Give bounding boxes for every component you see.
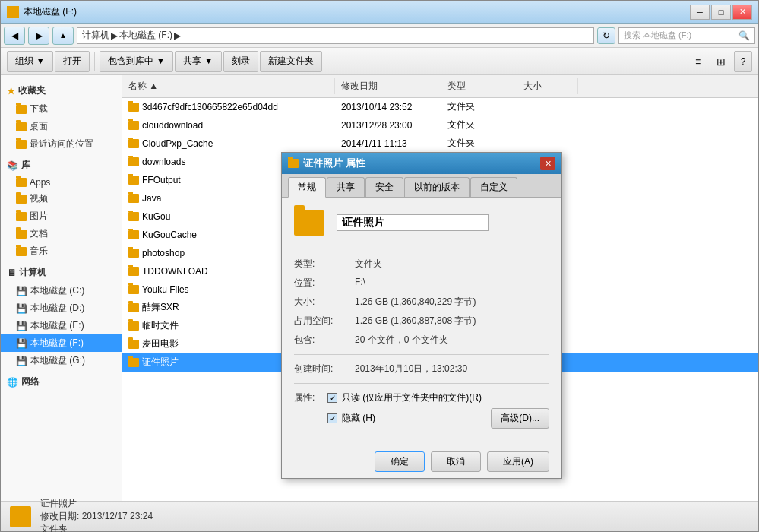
sidebar-item-label: 本地磁盘 (G:): [30, 354, 85, 367]
dialog-tabs: 常规 共享 安全 以前的版本 自定义: [282, 174, 561, 198]
sidebar-item-downloads[interactable]: 下载: [1, 100, 122, 118]
sidebar-item-music[interactable]: 音乐: [1, 242, 122, 260]
size-value: 1.26 GB (1,360,840,229 字节): [355, 296, 549, 309]
size-label: 大小:: [294, 296, 355, 309]
col-header-name[interactable]: 名称 ▲: [122, 78, 335, 94]
view-details-button[interactable]: ≡: [688, 52, 708, 71]
new-folder-button[interactable]: 新建文件夹: [260, 51, 322, 72]
sidebar-item-label: 本地磁盘 (E:): [30, 319, 84, 332]
col-header-type[interactable]: 类型: [441, 78, 517, 94]
search-icon: 🔍: [738, 30, 750, 41]
help-button[interactable]: ?: [734, 51, 752, 72]
table-row[interactable]: CloudPxp_Cache 2014/1/11 11:13 文件夹: [122, 135, 758, 153]
search-placeholder: 搜索 本地磁盘 (F:): [624, 30, 691, 41]
forward-button[interactable]: ▶: [28, 27, 49, 45]
include-library-button[interactable]: 包含到库中 ▼: [100, 51, 173, 72]
sidebar-item-drive-e[interactable]: 💾 本地磁盘 (E:): [1, 317, 122, 334]
close-button[interactable]: ✕: [732, 5, 752, 20]
minimize-button[interactable]: ─: [690, 5, 710, 20]
contains-value: 20 个文件，0 个文件夹: [355, 334, 549, 347]
folder-display: [294, 210, 549, 245]
folder-icon: [128, 303, 139, 312]
hidden-checkbox[interactable]: ✓: [327, 413, 337, 423]
sidebar-item-apps[interactable]: Apps: [1, 175, 122, 190]
sidebar-item-recent[interactable]: 最近访问的位置: [1, 135, 122, 153]
sidebar-item-documents[interactable]: 文档: [1, 225, 122, 242]
burn-button[interactable]: 刻录: [223, 51, 258, 72]
sidebar-item-label: 桌面: [30, 120, 48, 133]
breadcrumb-text: 计算机: [82, 29, 109, 42]
status-bar: 证件照片 修改日期: 2013/12/17 23:24 文件夹: [1, 501, 758, 531]
drive-icon: 💾: [16, 286, 27, 296]
table-row[interactable]: clouddownload 2013/12/28 23:00 文件夹: [122, 116, 758, 135]
sidebar-item-label: 本地磁盘 (F:): [30, 337, 84, 350]
advanced-button[interactable]: 高级(D)...: [491, 408, 549, 429]
favorites-header[interactable]: ★ 收藏夹: [1, 81, 122, 100]
sidebar-item-label: 本地磁盘 (D:): [30, 302, 84, 315]
dialog-content: 类型: 文件夹 位置: F:\ 大小: 1.26 GB (1,360,840,2…: [282, 198, 561, 445]
sidebar-item-drive-g[interactable]: 💾 本地磁盘 (G:): [1, 352, 122, 369]
refresh-button[interactable]: ↻: [597, 27, 615, 44]
folder-icon: [128, 139, 139, 148]
title-bar: 本地磁盘 (F:) ─ □ ✕: [1, 1, 758, 24]
sidebar-item-label: Apps: [30, 177, 50, 188]
folder-name-input[interactable]: [337, 214, 489, 231]
readonly-label: 只读 (仅应用于文件夹中的文件)(R): [342, 391, 482, 404]
folder-icon: [128, 249, 139, 258]
up-button[interactable]: ▲: [52, 27, 74, 45]
sidebar: ★ 收藏夹 下载 桌面 最近访问的位置 📚: [1, 75, 122, 501]
dialog-tab-security[interactable]: 安全: [365, 177, 403, 197]
library-header[interactable]: 📚 库: [1, 156, 122, 175]
apply-button[interactable]: 应用(A): [487, 451, 549, 472]
drive-icon: 💾: [16, 321, 27, 331]
dialog-tab-share[interactable]: 共享: [327, 177, 365, 197]
ok-button[interactable]: 确定: [375, 451, 425, 472]
sidebar-item-drive-c[interactable]: 💾 本地磁盘 (C:): [1, 282, 122, 299]
dialog-close-button[interactable]: ✕: [540, 157, 555, 170]
folder-icon: [128, 358, 139, 367]
title-icon: [7, 6, 19, 18]
view-preview-button[interactable]: ⊞: [711, 52, 731, 71]
type-label: 类型:: [294, 258, 355, 271]
back-button[interactable]: ◀: [4, 27, 25, 45]
drive-icon: 💾: [16, 338, 27, 349]
sidebar-item-drive-f[interactable]: 💾 本地磁盘 (F:): [1, 334, 122, 352]
sidebar-item-label: 音乐: [30, 245, 48, 258]
open-button[interactable]: 打开: [55, 51, 90, 72]
star-icon: ★: [7, 86, 15, 97]
dialog-tab-general[interactable]: 常规: [288, 177, 326, 198]
dialog-tab-custom[interactable]: 自定义: [470, 177, 517, 197]
dialog-folder-icon: [288, 159, 299, 168]
contains-label: 包含:: [294, 334, 355, 347]
sidebar-item-label: 最近访问的位置: [30, 138, 93, 150]
col-header-size[interactable]: 大小: [517, 78, 578, 94]
disk-size-value: 1.26 GB (1,360,887,808 字节): [355, 315, 549, 328]
table-row[interactable]: 3d467cf9dfc130665822e65d04dd 2013/10/14 …: [122, 98, 758, 116]
search-box[interactable]: 搜索 本地磁盘 (F:) 🔍: [618, 27, 755, 44]
hidden-line: ✓ 隐藏 (H) 高级(D)...: [327, 408, 549, 429]
organize-button[interactable]: 组织 ▼: [7, 51, 53, 72]
dialog-tab-previous[interactable]: 以前的版本: [404, 177, 470, 197]
sidebar-item-drive-d[interactable]: 💾 本地磁盘 (D:): [1, 299, 122, 317]
folder-icon: [16, 212, 27, 221]
maximize-button[interactable]: □: [711, 5, 731, 20]
folder-icon: [16, 122, 27, 131]
computer-header[interactable]: 🖥 计算机: [1, 263, 122, 282]
disk-size-label: 占用空间:: [294, 315, 355, 328]
share-button[interactable]: 共享 ▼: [175, 51, 221, 72]
network-header[interactable]: 🌐 网络: [1, 372, 122, 391]
type-row: 类型: 文件夹: [294, 258, 549, 271]
sidebar-item-label: 视频: [30, 192, 48, 205]
cancel-button[interactable]: 取消: [431, 451, 481, 472]
dialog-footer: 确定 取消 应用(A): [282, 445, 561, 478]
col-header-date[interactable]: 修改日期: [335, 78, 441, 94]
sidebar-item-pictures[interactable]: 图片: [1, 207, 122, 225]
hidden-label: 隐藏 (H): [342, 412, 375, 425]
toolbar-right: ≡ ⊞ ?: [688, 51, 752, 72]
toolbar-separator: [94, 52, 95, 71]
sidebar-item-video[interactable]: 视频: [1, 190, 122, 207]
sidebar-item-label: 图片: [30, 210, 48, 223]
sidebar-item-desktop[interactable]: 桌面: [1, 118, 122, 135]
address-input[interactable]: 计算机 ▶ 本地磁盘 (F:) ▶: [77, 27, 594, 44]
readonly-checkbox[interactable]: ✓: [327, 393, 337, 403]
